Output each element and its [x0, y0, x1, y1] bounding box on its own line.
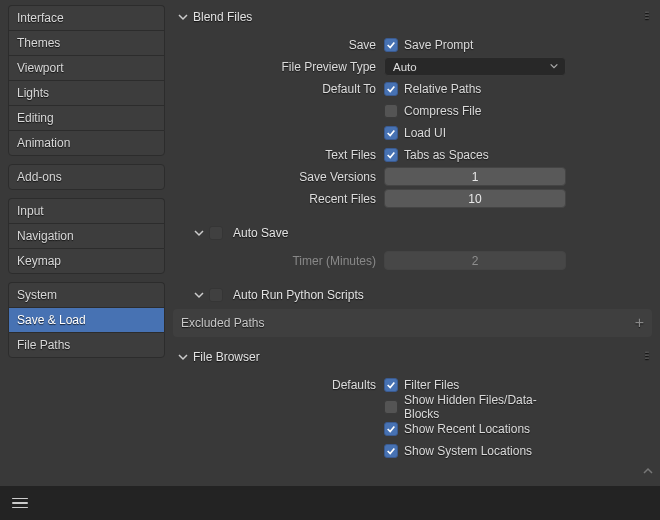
- checkbox-filter-files[interactable]: [384, 378, 398, 392]
- chevron-up-icon[interactable]: [642, 465, 654, 480]
- nav-input[interactable]: Input: [8, 198, 165, 223]
- label-timer-minutes: Timer (Minutes): [179, 254, 384, 268]
- panel-title: Blend Files: [193, 10, 252, 24]
- checkbox-label: Tabs as Spaces: [404, 148, 489, 162]
- subpanel-header-autorun[interactable]: Auto Run Python Scripts: [173, 283, 652, 308]
- panel-title: File Browser: [193, 350, 260, 364]
- select-value: Auto: [393, 61, 417, 73]
- chevron-down-icon: [175, 9, 191, 25]
- excluded-paths-label: Excluded Paths: [181, 316, 264, 330]
- footer-bar: [0, 486, 660, 520]
- drag-grip-icon[interactable]: •••••••••: [645, 351, 648, 360]
- checkbox-show-system[interactable]: [384, 444, 398, 458]
- select-file-preview-type[interactable]: Auto: [384, 57, 566, 76]
- checkbox-label: Relative Paths: [404, 82, 481, 96]
- plus-icon[interactable]: +: [635, 314, 644, 332]
- preferences-sidebar: Interface Themes Viewport Lights Editing…: [0, 0, 165, 520]
- chevron-down-icon: [191, 287, 207, 303]
- checkbox-label: Filter Files: [404, 378, 459, 392]
- nav-lights[interactable]: Lights: [8, 80, 165, 105]
- label-file-preview-type: File Preview Type: [179, 60, 384, 74]
- label-recent-files: Recent Files: [179, 192, 384, 206]
- nav-keymap[interactable]: Keymap: [8, 248, 165, 274]
- checkbox-show-recent[interactable]: [384, 422, 398, 436]
- nav-save-and-load[interactable]: Save & Load: [8, 307, 165, 332]
- checkbox-show-hidden[interactable]: [384, 400, 398, 414]
- nav-addons[interactable]: Add-ons: [8, 164, 165, 190]
- checkbox-label: Compress File: [404, 104, 481, 118]
- checkbox-autorun-enable[interactable]: [209, 288, 223, 302]
- checkbox-relative-paths[interactable]: [384, 82, 398, 96]
- checkbox-label: Show Recent Locations: [404, 422, 530, 436]
- nav-animation[interactable]: Animation: [8, 130, 165, 156]
- nav-themes[interactable]: Themes: [8, 30, 165, 55]
- checkbox-load-ui[interactable]: [384, 126, 398, 140]
- panel-header-file-browser[interactable]: File Browser •••••••••: [173, 345, 652, 370]
- label-save-versions: Save Versions: [179, 170, 384, 184]
- nav-system[interactable]: System: [8, 282, 165, 307]
- field-timer-minutes[interactable]: 2: [384, 251, 566, 270]
- checkbox-compress-file[interactable]: [384, 104, 398, 118]
- panel-blend-files: Blend Files ••••••••• Save Save Prompt F…: [173, 5, 652, 337]
- panel-file-browser: File Browser ••••••••• Defaults Filter F…: [173, 345, 652, 473]
- subpanel-header-autosave[interactable]: Auto Save: [173, 221, 652, 246]
- panel-header-blend-files[interactable]: Blend Files •••••••••: [173, 5, 652, 30]
- nav-file-paths[interactable]: File Paths: [8, 332, 165, 358]
- field-recent-files[interactable]: 10: [384, 189, 566, 208]
- preferences-main: Blend Files ••••••••• Save Save Prompt F…: [165, 0, 660, 520]
- excluded-paths-row: Excluded Paths +: [173, 309, 652, 337]
- drag-grip-icon[interactable]: •••••••••: [645, 11, 648, 20]
- checkbox-save-prompt[interactable]: [384, 38, 398, 52]
- label-defaults: Defaults: [179, 378, 384, 392]
- chevron-down-icon: [191, 225, 207, 241]
- nav-editing[interactable]: Editing: [8, 105, 165, 130]
- checkbox-label: Show Hidden Files/Data-Blocks: [404, 393, 566, 421]
- checkbox-label: Load UI: [404, 126, 446, 140]
- hamburger-icon[interactable]: [12, 498, 28, 509]
- label-default-to: Default To: [179, 82, 384, 96]
- chevron-down-icon: [549, 61, 559, 73]
- checkbox-label: Save Prompt: [404, 38, 473, 52]
- field-save-versions[interactable]: 1: [384, 167, 566, 186]
- subpanel-title: Auto Save: [233, 226, 288, 240]
- checkbox-autosave-enable[interactable]: [209, 226, 223, 240]
- label-save: Save: [179, 38, 384, 52]
- chevron-down-icon: [175, 349, 191, 365]
- checkbox-tabs-as-spaces[interactable]: [384, 148, 398, 162]
- nav-navigation[interactable]: Navigation: [8, 223, 165, 248]
- nav-viewport[interactable]: Viewport: [8, 55, 165, 80]
- subpanel-title: Auto Run Python Scripts: [233, 288, 364, 302]
- nav-interface[interactable]: Interface: [8, 5, 165, 30]
- label-text-files: Text Files: [179, 148, 384, 162]
- checkbox-label: Show System Locations: [404, 444, 532, 458]
